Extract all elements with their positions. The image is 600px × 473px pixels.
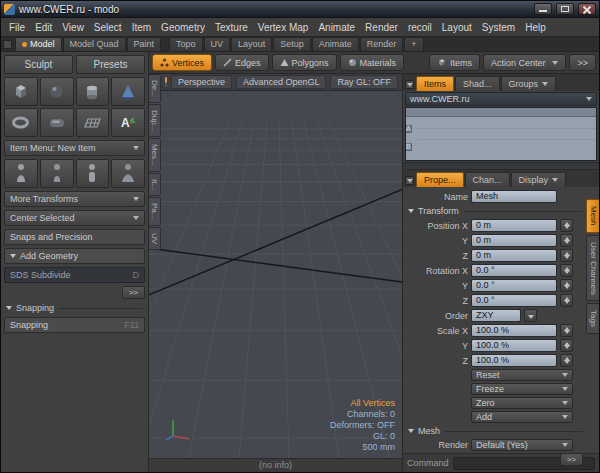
list-row-a[interactable]: A <box>406 125 412 133</box>
reset-button[interactable]: Reset <box>471 369 573 381</box>
side-tab-user-channels[interactable]: User Channels <box>586 235 599 302</box>
action-center-dropdown[interactable]: Action Center <box>483 54 567 71</box>
item-menu-dropdown[interactable]: Item Menu: New Item <box>4 140 145 156</box>
layout-tab-setup[interactable]: Setup <box>273 37 311 51</box>
render-select[interactable]: Default (Yes) <box>471 439 573 451</box>
item-list[interactable]: A B <box>405 107 597 161</box>
mesh-section-header[interactable]: Mesh <box>408 426 583 436</box>
tools-expand-button[interactable]: >> <box>122 286 145 299</box>
layout-tab-render[interactable]: Render <box>360 37 404 51</box>
camera-select[interactable]: Perspective <box>171 75 232 89</box>
layout-tab-topo[interactable]: Topo <box>169 37 203 51</box>
titlebar[interactable]: www.CWER.ru - modo <box>1 1 599 18</box>
position-y-field[interactable]: 0 m <box>471 234 557 247</box>
maximize-button[interactable] <box>556 3 574 15</box>
scale-y-field[interactable]: 100.0 % <box>471 339 557 352</box>
scale-z-field[interactable]: 100.0 % <box>471 354 557 367</box>
snapping-section-header[interactable]: Snapping <box>4 302 145 314</box>
text-tool-button[interactable]: A& <box>111 108 145 137</box>
rotation-z-stepper[interactable] <box>560 294 573 307</box>
vertices-mode-tab[interactable]: Vertices <box>152 54 212 71</box>
position-x-field[interactable]: 0 m <box>471 219 557 232</box>
menu-edit[interactable]: Edit <box>30 20 57 35</box>
snaps-precision-button[interactable]: Snaps and Precision <box>4 229 145 245</box>
layout-tab-model-quad[interactable]: Model Quad <box>63 37 126 51</box>
scale-x-field[interactable]: 100.0 % <box>471 324 557 337</box>
side-tab-mesh[interactable]: Mesh <box>586 199 599 233</box>
cube-tool-button[interactable] <box>4 77 38 106</box>
layout-tab-uv[interactable]: UV <box>204 37 231 51</box>
capsule-tool-button[interactable] <box>40 108 74 137</box>
menu-geometry[interactable]: Geometry <box>156 20 210 35</box>
scale-z-stepper[interactable] <box>560 354 573 367</box>
transform-section-header[interactable]: Transform <box>408 206 583 216</box>
side-tab-tags[interactable]: Tags <box>586 303 599 334</box>
presets-button[interactable]: Presets <box>76 55 145 74</box>
cone-tool-button[interactable] <box>111 77 145 106</box>
layout-tab-paint[interactable]: Paint <box>127 37 162 51</box>
menu-render[interactable]: Render <box>360 20 403 35</box>
sds-subdivide-button[interactable]: SDS Subdivide D <box>4 267 145 283</box>
viewport-style-icon[interactable] <box>165 77 167 87</box>
snapping-toggle[interactable]: Snapping F11 <box>4 317 145 333</box>
figure-preset-4-button[interactable] <box>111 159 145 188</box>
mode-toolbar-expand-button[interactable]: >> <box>569 54 596 71</box>
position-x-stepper[interactable] <box>560 219 573 232</box>
minimize-button[interactable] <box>534 3 552 15</box>
layout-menu-icon[interactable] <box>3 40 12 49</box>
figure-preset-2-button[interactable] <box>40 159 74 188</box>
order-dropdown[interactable] <box>524 309 537 322</box>
menu-help[interactable]: Help <box>520 20 551 35</box>
more-transforms-dropdown[interactable]: More Transforms <box>4 191 145 207</box>
zero-button[interactable]: Zero <box>471 397 573 409</box>
list-row-b[interactable]: B <box>406 143 412 151</box>
order-select[interactable]: ZXY <box>471 309 521 322</box>
menu-texture[interactable]: Texture <box>210 20 253 35</box>
rotation-y-stepper[interactable] <box>560 279 573 292</box>
torus-tool-button[interactable] <box>4 108 38 137</box>
menu-file[interactable]: File <box>4 20 30 35</box>
center-selected-dropdown[interactable]: Center Selected <box>4 210 145 226</box>
sculpt-button[interactable]: Sculpt <box>4 55 73 74</box>
scene-selector[interactable]: www.CWER.ru <box>405 92 597 106</box>
menu-animate[interactable]: Animate <box>313 20 360 35</box>
menu-item[interactable]: Item <box>127 20 156 35</box>
viewport-canvas[interactable]: All Vertices Channels: 0 Deformers: OFF … <box>149 91 402 458</box>
raygl-toggle[interactable]: Ray GL: OFF <box>330 75 398 89</box>
tab-channels[interactable]: Chan... <box>465 172 510 187</box>
scale-x-stepper[interactable] <box>560 324 573 337</box>
close-button[interactable] <box>578 3 596 15</box>
edges-mode-tab[interactable]: Edges <box>215 54 269 71</box>
vtab-duplicate[interactable]: Dup... <box>149 104 161 137</box>
vtab-deform[interactable]: De... <box>149 74 161 103</box>
form-expand-button[interactable]: >> <box>560 453 583 466</box>
sphere-tool-button[interactable] <box>40 77 74 106</box>
position-z-field[interactable]: 0 m <box>471 249 557 262</box>
rotation-z-field[interactable]: 0.0 ° <box>471 294 557 307</box>
freeze-button[interactable]: Freeze <box>471 383 573 395</box>
vtab-mesh-edit[interactable]: Mes... <box>149 138 161 172</box>
add-button[interactable]: Add <box>471 411 573 423</box>
tab-groups[interactable]: Groups <box>501 76 557 91</box>
vtab-items[interactable]: It... <box>149 173 161 196</box>
tab-shader-tree[interactable]: Shad... <box>455 76 500 91</box>
rotation-x-stepper[interactable] <box>560 264 573 277</box>
cylinder-tool-button[interactable] <box>76 77 110 106</box>
layout-tab-add[interactable]: + <box>404 37 423 51</box>
menu-layout[interactable]: Layout <box>437 20 477 35</box>
tab-properties[interactable]: Prope... <box>416 172 464 187</box>
vtab-uv[interactable]: UV <box>149 227 161 250</box>
rotation-y-field[interactable]: 0.0 ° <box>471 279 557 292</box>
layout-tab-layout[interactable]: Layout <box>231 37 272 51</box>
materials-mode-tab[interactable]: Materials <box>340 54 405 71</box>
layout-tab-model[interactable]: Model <box>15 37 62 51</box>
layout-tab-animate[interactable]: Animate <box>312 37 359 51</box>
shading-select[interactable]: Advanced OpenGL <box>236 75 327 89</box>
figure-preset-3-button[interactable] <box>76 159 110 188</box>
vtab-paint[interactable]: Pa... <box>149 197 161 225</box>
name-field[interactable]: Mesh <box>471 190 557 203</box>
polygons-mode-tab[interactable]: Polygons <box>272 54 337 71</box>
menu-system[interactable]: System <box>477 20 520 35</box>
rotation-x-field[interactable]: 0.0 ° <box>471 264 557 277</box>
position-z-stepper[interactable] <box>560 249 573 262</box>
